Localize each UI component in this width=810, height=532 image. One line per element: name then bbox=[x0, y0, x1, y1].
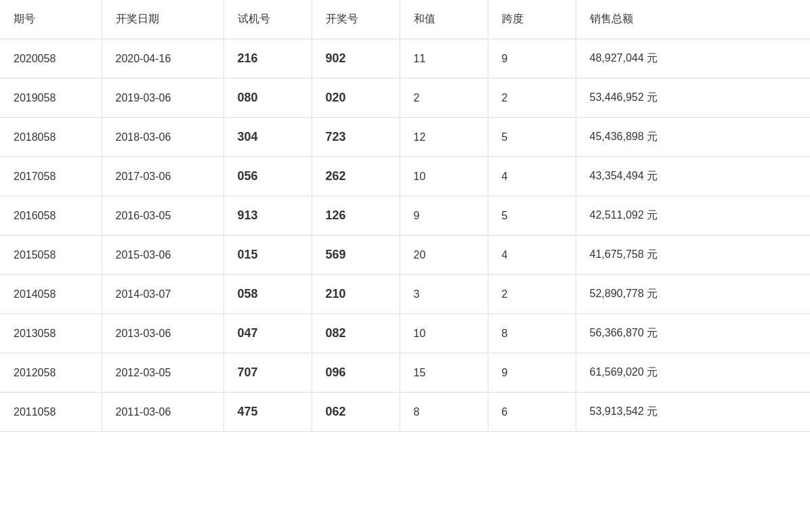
cell-date: 2019-03-06 bbox=[102, 79, 223, 118]
cell-sum: 20 bbox=[400, 236, 488, 275]
cell-draw: 569 bbox=[312, 236, 400, 275]
cell-period: 2017058 bbox=[0, 157, 102, 196]
cell-period: 2015058 bbox=[0, 236, 102, 275]
cell-sales: 52,890,778 元 bbox=[576, 275, 810, 314]
cell-draw: 082 bbox=[312, 314, 400, 353]
cell-span: 9 bbox=[488, 353, 576, 393]
cell-trial: 475 bbox=[223, 393, 312, 432]
cell-trial: 015 bbox=[223, 236, 312, 275]
cell-sum: 3 bbox=[400, 275, 488, 314]
cell-trial: 058 bbox=[223, 275, 312, 314]
table-row: 20200582020-04-1621690211948,927,044 元 bbox=[0, 39, 810, 79]
cell-span: 5 bbox=[488, 118, 576, 157]
cell-sales: 41,675,758 元 bbox=[576, 236, 810, 275]
cell-period: 2011058 bbox=[0, 393, 102, 432]
cell-sum: 10 bbox=[400, 314, 488, 353]
table-row: 20120582012-03-0570709615961,569,020 元 bbox=[0, 353, 810, 393]
table-row: 20180582018-03-0630472312545,436,898 元 bbox=[0, 118, 810, 157]
cell-sum: 15 bbox=[400, 353, 488, 393]
header-span: 跨度 bbox=[488, 0, 576, 39]
cell-draw: 723 bbox=[312, 118, 400, 157]
header-draw: 开奖号 bbox=[312, 0, 400, 39]
table-row: 20150582015-03-0601556920441,675,758 元 bbox=[0, 236, 810, 275]
cell-sum: 8 bbox=[400, 393, 488, 432]
cell-trial: 056 bbox=[223, 157, 312, 196]
cell-draw: 062 bbox=[312, 393, 400, 432]
cell-date: 2018-03-06 bbox=[102, 118, 223, 157]
table-row: 20170582017-03-0605626210443,354,494 元 bbox=[0, 157, 810, 196]
cell-sales: 43,354,494 元 bbox=[576, 157, 810, 196]
cell-sum: 9 bbox=[400, 196, 488, 236]
cell-span: 2 bbox=[488, 275, 576, 314]
cell-sales: 48,927,044 元 bbox=[576, 39, 810, 79]
header-trial: 试机号 bbox=[223, 0, 312, 39]
cell-period: 2012058 bbox=[0, 353, 102, 393]
cell-trial: 304 bbox=[223, 118, 312, 157]
cell-span: 5 bbox=[488, 196, 576, 236]
cell-span: 6 bbox=[488, 393, 576, 432]
cell-period: 2016058 bbox=[0, 196, 102, 236]
cell-date: 2015-03-06 bbox=[102, 236, 223, 275]
cell-sum: 10 bbox=[400, 157, 488, 196]
table-row: 20130582013-03-0604708210856,366,870 元 bbox=[0, 314, 810, 353]
table-container: 期号 开奖日期 试机号 开奖号 和值 跨度 销售总额 20200582020-0… bbox=[0, 0, 810, 532]
cell-period: 2018058 bbox=[0, 118, 102, 157]
table-row: 20160582016-03-059131269542,511,092 元 bbox=[0, 196, 810, 236]
cell-date: 2011-03-06 bbox=[102, 393, 223, 432]
cell-sales: 61,569,020 元 bbox=[576, 353, 810, 393]
table-row: 20140582014-03-070582103252,890,778 元 bbox=[0, 275, 810, 314]
cell-date: 2012-03-05 bbox=[102, 353, 223, 393]
cell-date: 2017-03-06 bbox=[102, 157, 223, 196]
header-period: 期号 bbox=[0, 0, 102, 39]
cell-sales: 42,511,092 元 bbox=[576, 196, 810, 236]
cell-sales: 53,446,952 元 bbox=[576, 79, 810, 118]
cell-sum: 11 bbox=[400, 39, 488, 79]
cell-draw: 096 bbox=[312, 353, 400, 393]
cell-span: 9 bbox=[488, 39, 576, 79]
table-header-row: 期号 开奖日期 试机号 开奖号 和值 跨度 销售总额 bbox=[0, 0, 810, 39]
cell-span: 2 bbox=[488, 79, 576, 118]
cell-date: 2014-03-07 bbox=[102, 275, 223, 314]
cell-draw: 902 bbox=[312, 39, 400, 79]
cell-trial: 047 bbox=[223, 314, 312, 353]
header-sum: 和值 bbox=[400, 0, 488, 39]
lottery-table: 期号 开奖日期 试机号 开奖号 和值 跨度 销售总额 20200582020-0… bbox=[0, 0, 810, 432]
cell-draw: 262 bbox=[312, 157, 400, 196]
cell-trial: 707 bbox=[223, 353, 312, 393]
cell-date: 2013-03-06 bbox=[102, 314, 223, 353]
header-date: 开奖日期 bbox=[102, 0, 223, 39]
cell-draw: 126 bbox=[312, 196, 400, 236]
cell-span: 4 bbox=[488, 236, 576, 275]
cell-span: 4 bbox=[488, 157, 576, 196]
cell-period: 2013058 bbox=[0, 314, 102, 353]
table-row: 20190582019-03-060800202253,446,952 元 bbox=[0, 79, 810, 118]
cell-trial: 913 bbox=[223, 196, 312, 236]
cell-trial: 216 bbox=[223, 39, 312, 79]
cell-sales: 45,436,898 元 bbox=[576, 118, 810, 157]
cell-draw: 210 bbox=[312, 275, 400, 314]
cell-span: 8 bbox=[488, 314, 576, 353]
cell-sum: 12 bbox=[400, 118, 488, 157]
cell-period: 2019058 bbox=[0, 79, 102, 118]
cell-draw: 020 bbox=[312, 79, 400, 118]
cell-trial: 080 bbox=[223, 79, 312, 118]
cell-date: 2020-04-16 bbox=[102, 39, 223, 79]
cell-period: 2014058 bbox=[0, 275, 102, 314]
table-row: 20110582011-03-064750628653,913,542 元 bbox=[0, 393, 810, 432]
cell-sales: 53,913,542 元 bbox=[576, 393, 810, 432]
header-sales: 销售总额 bbox=[576, 0, 810, 39]
cell-period: 2020058 bbox=[0, 39, 102, 79]
cell-date: 2016-03-05 bbox=[102, 196, 223, 236]
cell-sum: 2 bbox=[400, 79, 488, 118]
cell-sales: 56,366,870 元 bbox=[576, 314, 810, 353]
